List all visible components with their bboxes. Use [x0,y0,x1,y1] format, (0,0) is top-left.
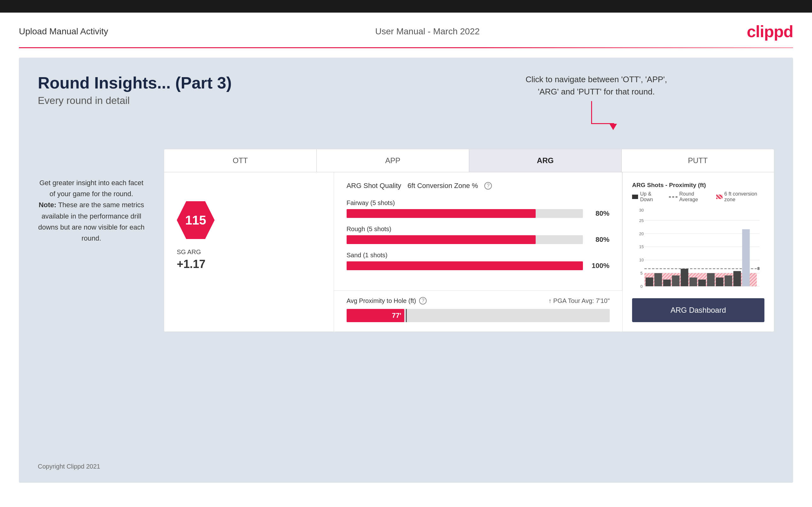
chart-header: ARG Shots - Proximity (ft) [632,182,764,189]
proximity-section: Avg Proximity to Hole (ft) ? ↑ PGA Tour … [334,290,622,332]
svg-text:5: 5 [640,271,643,276]
bar-row-fairway: Fairway (5 shots) 80% [347,199,609,218]
chart-bar-10 [733,271,741,286]
proximity-marker [406,309,407,322]
svg-text:15: 15 [639,244,644,249]
bar-fill-fairway [347,209,536,218]
clippd-logo: clippd [747,22,793,41]
bar-pct-rough: 80% [587,235,609,244]
legend-label-6ft: 6 ft conversion zone [724,191,764,203]
bar-row-rough: Rough (5 shots) 80% [347,225,609,244]
bar-bg-sand [347,261,583,270]
chart-area: 0 5 10 15 20 25 30 [632,209,764,292]
chart-bar-4 [680,269,688,286]
svg-text:8: 8 [758,266,760,271]
proximity-header: Avg Proximity to Hole (ft) ? ↑ PGA Tour … [347,297,610,304]
description-text: Get greater insight into each facet of y… [38,177,145,244]
sg-section: SG ARG +1.17 [177,248,321,271]
sg-value: +1.17 [177,258,321,271]
bar-track-sand: 100% [347,261,609,270]
bar-fill-rough [347,235,536,244]
nav-hint-arrow [525,101,667,130]
chart-title: ARG Shots - Proximity (ft) [632,182,706,189]
chart-bar-9 [725,276,732,286]
note-label: Note: [39,201,56,209]
bar-pct-sand: 100% [587,262,609,270]
bar-row-sand: Sand (1 shots) 100% [347,251,609,270]
bar-fill-sand [347,261,583,270]
tab-putt[interactable]: PUTT [622,149,774,172]
chart-svg: 0 5 10 15 20 25 30 [632,209,764,291]
chart-bar-11 [742,229,750,286]
header: Upload Manual Activity User Manual - Mar… [0,13,812,47]
legend-item-6ft: 6 ft conversion zone [716,191,764,203]
bar-label-rough: Rough (5 shots) [347,225,609,233]
proximity-help-icon[interactable]: ? [419,297,427,304]
legend-hatched-6ft [716,194,722,199]
chart-bar-3 [672,276,679,286]
tab-app[interactable]: APP [317,149,469,172]
chart-bar-1 [654,273,662,286]
panel-left-section: 115 SG ARG +1.17 [164,172,334,332]
bar-pct-fairway: 80% [587,210,609,218]
main-panel: OTT APP ARG PUTT 115 SG ARG +1.17 [164,149,774,332]
sg-label: SG ARG [177,248,321,256]
nav-hint: Click to navigate between 'OTT', 'APP','… [525,73,667,130]
bar-label-sand: Sand (1 shots) [347,251,609,259]
arg-dashboard-button[interactable]: ARG Dashboard [632,298,764,322]
svg-text:10: 10 [639,258,644,262]
shot-quality-header: ARG Shot Quality 6ft Conversion Zone % ? [347,182,609,190]
proximity-bar-fill: 77' [347,309,405,322]
nav-hint-text: Click to navigate between 'OTT', 'APP','… [525,73,667,98]
header-divider [19,47,793,48]
chart-bar-8 [716,277,723,286]
shot-quality-title: ARG Shot Quality [347,182,401,190]
shot-quality-section: ARG Shot Quality 6ft Conversion Zone % ?… [334,172,622,290]
proximity-bar-bg: 77' [347,309,610,322]
bar-bg-fairway [347,209,583,218]
panel-body: 115 SG ARG +1.17 ARG Shot Quality 6ft Co… [164,172,774,332]
proximity-value: 77' [392,312,401,320]
chart-bar-6 [698,280,706,286]
chart-bar-5 [690,277,697,286]
legend-box-updown [632,194,638,199]
legend-dashed-average [669,196,677,198]
legend-label-updown: Up & Down [640,191,663,203]
svg-text:25: 25 [639,218,644,223]
chart-bar-2 [663,280,671,286]
main-content: Round Insights... (Part 3) Every round i… [19,58,793,483]
tab-bar: OTT APP ARG PUTT [164,149,774,172]
bar-label-fairway: Fairway (5 shots) [347,199,609,207]
chart-bar-7 [707,273,715,286]
chart-legend: Up & Down Round Average 6 ft conversion … [632,191,764,203]
header-left-text: Upload Manual Activity [19,26,108,37]
tab-ott[interactable]: OTT [164,149,317,172]
legend-label-average: Round Average [679,191,710,203]
svg-text:20: 20 [639,231,644,236]
svg-text:30: 30 [639,209,644,213]
header-center-text: User Manual - March 2022 [375,26,479,37]
footer: Copyright Clippd 2021 [38,463,100,470]
hex-badge: 115 [177,201,215,239]
chart-bar-0 [646,277,653,286]
legend-item-updown: Up & Down [632,191,663,203]
proximity-avg: ↑ PGA Tour Avg: 7'10" [548,297,610,304]
hex-number: 115 [185,213,206,227]
description-intro: Get greater insight into each facet of y… [39,179,143,198]
top-bar [0,0,812,13]
panel-right-section: ARG Shots - Proximity (ft) Up & Down Rou… [623,172,774,332]
proximity-label: Avg Proximity to Hole (ft) ? [347,297,427,304]
legend-item-average: Round Average [669,191,710,203]
tab-arg[interactable]: ARG [469,149,622,172]
bar-track-fairway: 80% [347,209,609,218]
conversion-zone-label: 6ft Conversion Zone % [407,182,478,190]
bar-track-rough: 80% [347,235,609,244]
svg-text:0: 0 [640,284,643,289]
help-icon[interactable]: ? [484,182,492,189]
bar-bg-rough [347,235,583,244]
